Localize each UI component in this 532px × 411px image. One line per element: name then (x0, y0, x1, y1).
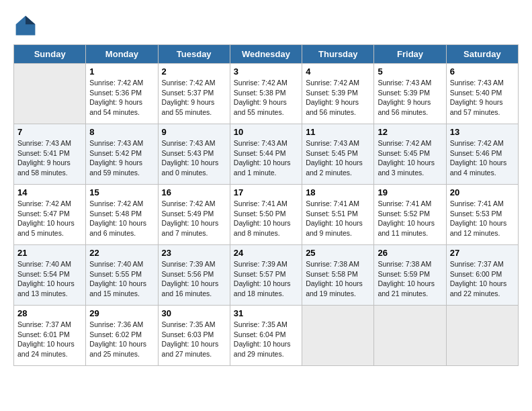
day-info: Sunrise: 7:38 AMSunset: 5:58 PMDaylight:… (306, 259, 370, 299)
day-number: 12 (378, 127, 442, 137)
calendar-table: SundayMondayTuesdayWednesdayThursdayFrid… (13, 44, 519, 366)
day-number: 31 (234, 308, 298, 318)
day-header-friday: Friday (374, 45, 446, 64)
day-cell: 3 Sunrise: 7:42 AMSunset: 5:38 PMDayligh… (230, 64, 302, 124)
day-number: 22 (89, 248, 154, 258)
day-info: Sunrise: 7:35 AMSunset: 6:04 PMDaylight:… (234, 320, 298, 359)
day-cell: 21 Sunrise: 7:40 AMSunset: 5:54 PMDaylig… (14, 245, 86, 306)
week-row-5: 28 Sunrise: 7:37 AMSunset: 6:01 PMDaylig… (14, 306, 519, 366)
day-number: 26 (378, 248, 442, 258)
day-info: Sunrise: 7:43 AMSunset: 5:45 PMDaylight:… (306, 138, 370, 178)
day-cell: 20 Sunrise: 7:41 AMSunset: 5:53 PMDaylig… (446, 185, 518, 245)
day-cell: 31 Sunrise: 7:35 AMSunset: 6:04 PMDaylig… (230, 306, 302, 366)
header-row: SundayMondayTuesdayWednesdayThursdayFrid… (14, 45, 519, 64)
day-info: Sunrise: 7:42 AMSunset: 5:46 PMDaylight:… (450, 138, 515, 178)
logo (13, 13, 40, 38)
day-info: Sunrise: 7:42 AMSunset: 5:48 PMDaylight:… (89, 199, 154, 238)
day-cell (374, 306, 446, 366)
day-cell (302, 306, 374, 366)
day-cell: 14 Sunrise: 7:42 AMSunset: 5:47 PMDaylig… (14, 185, 86, 245)
day-number: 24 (234, 248, 298, 258)
day-cell (14, 64, 86, 124)
day-number: 29 (89, 308, 154, 318)
day-number: 2 (162, 66, 226, 77)
day-number: 20 (450, 187, 515, 197)
day-info: Sunrise: 7:38 AMSunset: 5:59 PMDaylight:… (378, 259, 442, 299)
day-number: 27 (450, 248, 515, 258)
day-info: Sunrise: 7:41 AMSunset: 5:51 PMDaylight:… (306, 199, 370, 238)
day-number: 6 (450, 66, 515, 77)
day-number: 5 (378, 66, 442, 77)
day-info: Sunrise: 7:40 AMSunset: 5:55 PMDaylight:… (89, 259, 154, 299)
day-cell: 22 Sunrise: 7:40 AMSunset: 5:55 PMDaylig… (86, 245, 158, 306)
day-info: Sunrise: 7:41 AMSunset: 5:53 PMDaylight:… (450, 199, 515, 238)
week-row-2: 7 Sunrise: 7:43 AMSunset: 5:41 PMDayligh… (14, 124, 519, 185)
day-info: Sunrise: 7:42 AMSunset: 5:36 PMDaylight:… (89, 78, 154, 118)
svg-marker-1 (26, 16, 35, 25)
day-cell: 10 Sunrise: 7:43 AMSunset: 5:44 PMDaylig… (230, 124, 302, 185)
day-header-thursday: Thursday (302, 45, 374, 64)
day-cell: 11 Sunrise: 7:43 AMSunset: 5:45 PMDaylig… (302, 124, 374, 185)
day-cell: 13 Sunrise: 7:42 AMSunset: 5:46 PMDaylig… (446, 124, 518, 185)
day-info: Sunrise: 7:35 AMSunset: 6:03 PMDaylight:… (162, 320, 226, 359)
day-number: 3 (234, 66, 298, 77)
day-number: 30 (162, 308, 226, 318)
day-number: 9 (162, 127, 226, 137)
day-cell: 19 Sunrise: 7:41 AMSunset: 5:52 PMDaylig… (374, 185, 446, 245)
week-row-3: 14 Sunrise: 7:42 AMSunset: 5:47 PMDaylig… (14, 185, 519, 245)
day-header-sunday: Sunday (14, 45, 86, 64)
day-cell: 30 Sunrise: 7:35 AMSunset: 6:03 PMDaylig… (158, 306, 230, 366)
day-header-saturday: Saturday (446, 45, 518, 64)
day-cell: 26 Sunrise: 7:38 AMSunset: 5:59 PMDaylig… (374, 245, 446, 306)
day-cell: 29 Sunrise: 7:36 AMSunset: 6:02 PMDaylig… (86, 306, 158, 366)
day-info: Sunrise: 7:36 AMSunset: 6:02 PMDaylight:… (89, 320, 154, 359)
day-number: 23 (162, 248, 226, 258)
day-info: Sunrise: 7:42 AMSunset: 5:37 PMDaylight:… (162, 78, 226, 118)
day-cell: 16 Sunrise: 7:42 AMSunset: 5:49 PMDaylig… (158, 185, 230, 245)
day-info: Sunrise: 7:42 AMSunset: 5:45 PMDaylight:… (378, 138, 442, 178)
day-cell: 5 Sunrise: 7:43 AMSunset: 5:39 PMDayligh… (374, 64, 446, 124)
week-row-1: 1 Sunrise: 7:42 AMSunset: 5:36 PMDayligh… (14, 64, 519, 124)
day-cell: 12 Sunrise: 7:42 AMSunset: 5:45 PMDaylig… (374, 124, 446, 185)
page-header (13, 13, 519, 38)
day-header-tuesday: Tuesday (158, 45, 230, 64)
day-number: 28 (17, 308, 82, 318)
week-row-4: 21 Sunrise: 7:40 AMSunset: 5:54 PMDaylig… (14, 245, 519, 306)
day-cell: 24 Sunrise: 7:39 AMSunset: 5:57 PMDaylig… (230, 245, 302, 306)
day-info: Sunrise: 7:41 AMSunset: 5:52 PMDaylight:… (378, 199, 442, 238)
day-info: Sunrise: 7:37 AMSunset: 6:01 PMDaylight:… (17, 320, 82, 359)
day-cell: 6 Sunrise: 7:43 AMSunset: 5:40 PMDayligh… (446, 64, 518, 124)
day-number: 4 (306, 66, 370, 77)
day-header-monday: Monday (86, 45, 158, 64)
day-cell: 23 Sunrise: 7:39 AMSunset: 5:56 PMDaylig… (158, 245, 230, 306)
day-info: Sunrise: 7:43 AMSunset: 5:42 PMDaylight:… (89, 138, 154, 178)
day-cell: 28 Sunrise: 7:37 AMSunset: 6:01 PMDaylig… (14, 306, 86, 366)
day-number: 16 (162, 187, 226, 197)
day-number: 25 (306, 248, 370, 258)
day-number: 18 (306, 187, 370, 197)
day-info: Sunrise: 7:42 AMSunset: 5:38 PMDaylight:… (234, 78, 298, 118)
day-number: 8 (89, 127, 154, 137)
day-cell: 7 Sunrise: 7:43 AMSunset: 5:41 PMDayligh… (14, 124, 86, 185)
day-info: Sunrise: 7:43 AMSunset: 5:44 PMDaylight:… (234, 138, 298, 178)
day-cell: 25 Sunrise: 7:38 AMSunset: 5:58 PMDaylig… (302, 245, 374, 306)
day-info: Sunrise: 7:42 AMSunset: 5:39 PMDaylight:… (306, 78, 370, 118)
day-info: Sunrise: 7:39 AMSunset: 5:56 PMDaylight:… (162, 259, 226, 299)
day-info: Sunrise: 7:43 AMSunset: 5:41 PMDaylight:… (17, 138, 82, 178)
day-info: Sunrise: 7:39 AMSunset: 5:57 PMDaylight:… (234, 259, 298, 299)
day-number: 17 (234, 187, 298, 197)
day-cell: 1 Sunrise: 7:42 AMSunset: 5:36 PMDayligh… (86, 64, 158, 124)
day-number: 10 (234, 127, 298, 137)
day-info: Sunrise: 7:37 AMSunset: 6:00 PMDaylight:… (450, 259, 515, 299)
day-cell: 4 Sunrise: 7:42 AMSunset: 5:39 PMDayligh… (302, 64, 374, 124)
day-cell: 18 Sunrise: 7:41 AMSunset: 5:51 PMDaylig… (302, 185, 374, 245)
day-cell: 9 Sunrise: 7:43 AMSunset: 5:43 PMDayligh… (158, 124, 230, 185)
day-info: Sunrise: 7:42 AMSunset: 5:49 PMDaylight:… (162, 199, 226, 238)
day-cell: 27 Sunrise: 7:37 AMSunset: 6:00 PMDaylig… (446, 245, 518, 306)
day-number: 1 (89, 66, 154, 77)
logo-icon (13, 13, 38, 38)
day-number: 19 (378, 187, 442, 197)
day-number: 21 (17, 248, 82, 258)
day-cell: 17 Sunrise: 7:41 AMSunset: 5:50 PMDaylig… (230, 185, 302, 245)
day-info: Sunrise: 7:43 AMSunset: 5:43 PMDaylight:… (162, 138, 226, 178)
